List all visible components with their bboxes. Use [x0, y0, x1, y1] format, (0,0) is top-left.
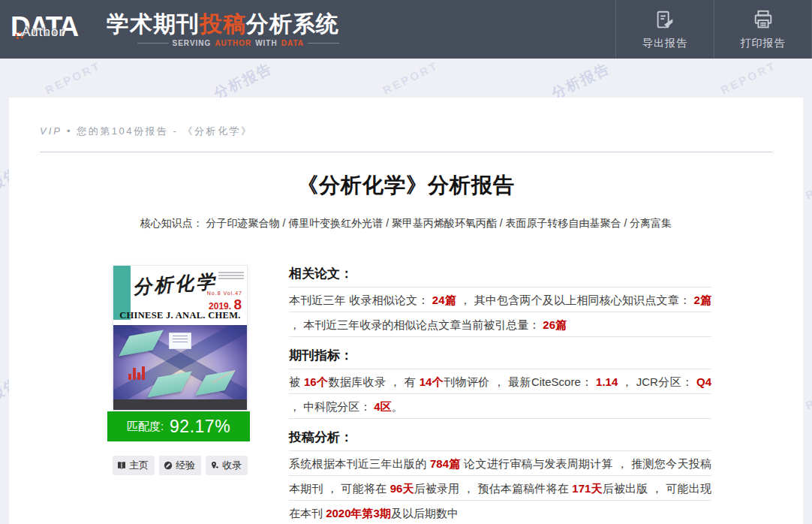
breadcrumb-text: 您的第104份报告 - 《分析化学》	[77, 125, 252, 137]
text-segment: 本刊近三年 收录相似论文：	[289, 294, 432, 306]
watermark-text: REPORT	[718, 59, 778, 97]
page: 分析报告REPORT分析报告REPORT分析报告REPORTREPORT分析报告…	[0, 0, 812, 524]
journal-name-english: CHINESE J. ANAL. CHEM.	[113, 310, 247, 321]
highlight-value: 2篇	[693, 294, 711, 306]
header-actions: 导出报告 打印报告	[615, 0, 812, 59]
section-journal-metrics: 期刊指标： 被 16个数据库收录 ， 有 14个刊物评价 ， 最新CiteSco…	[289, 347, 711, 419]
print-report-label: 打印报告	[741, 37, 786, 50]
text-segment: ， 中科院分区：	[289, 400, 374, 413]
vip-badge: VIP	[40, 125, 62, 137]
highlight-value: 26篇	[543, 318, 567, 331]
export-report-label: 导出报告	[642, 37, 687, 50]
print-report-button[interactable]: 打印报告	[714, 0, 812, 59]
core-keywords: 核心知识点： 分子印迹聚合物 / 傅里叶变换红外光谱 / 聚甲基丙烯酸环氧丙酯 …	[40, 215, 772, 230]
section-heading: 相关论文：	[289, 265, 711, 288]
text-segment: ， 本刊近三年收录的相似论点文章当前被引总量：	[289, 318, 543, 331]
journal-panel: 分析化学 No.8 Vol.47 2019. 8 CHINESE J. ANAL…	[113, 265, 255, 524]
section-submission-analysis: 投稿分析： 系统根据本刊近三年出版的 784篇 论文进行审稿与发表周期计算 ， …	[289, 429, 711, 524]
report-columns: 分析化学 No.8 Vol.47 2019. 8 CHINESE J. ANAL…	[40, 265, 772, 524]
journal-links: 主页 经验	[113, 456, 248, 475]
highlight-value: 4区	[374, 400, 391, 413]
watermark-text: REPORT	[803, 374, 812, 412]
match-score-value: 92.17%	[170, 417, 230, 437]
subtitle-rule	[137, 43, 169, 44]
highlight-value: 784篇	[430, 457, 461, 470]
subtitle-word: SERVING	[173, 39, 212, 47]
app-subtitle: SERVING AUTHOR WITH DATA	[107, 39, 339, 47]
text-segment: 后被录用 ， 预估本篇稿件将在	[414, 482, 573, 495]
app-logo: DATA Author	[11, 8, 99, 50]
highlight-value: 171天	[572, 482, 602, 495]
journal-name-calligraphy: 分析化学	[132, 269, 218, 300]
highlight-value: 96天	[390, 482, 414, 495]
cover-issn-block	[218, 270, 244, 281]
text-segment: 被	[289, 375, 304, 388]
export-report-icon	[654, 9, 676, 32]
app-title-accent: 投稿	[200, 11, 246, 36]
breadcrumb: VIP • 您的第104份报告 - 《分析化学》	[40, 125, 772, 152]
logo-dots-decoration	[15, 34, 17, 36]
watermark-text: REPORT	[43, 59, 103, 97]
subtitle-rule	[308, 43, 339, 44]
book-icon	[117, 461, 126, 470]
text-segment: 。	[392, 400, 403, 413]
app-title-part: 分析系统	[246, 11, 339, 36]
app-title: 学术期刊投稿分析系统	[107, 11, 339, 37]
watermark-text: REPORT	[380, 59, 441, 97]
journal-homepage-button[interactable]: 主页	[113, 456, 155, 475]
journal-indexed-label: 收录	[222, 459, 242, 472]
journal-indexed-button[interactable]: 收录	[206, 456, 248, 475]
text-segment: 及以后期数中	[391, 507, 459, 519]
match-score-label: 匹配度:	[127, 420, 164, 434]
highlight-value: 2020年第3期	[326, 507, 391, 519]
logo-author-text: Author	[22, 25, 64, 40]
print-report-icon	[752, 9, 774, 32]
text-segment: 系统根据本刊近三年出版的	[289, 457, 430, 470]
highlight-value: 14个	[420, 375, 444, 388]
page-title: 《分析化学》分析报告	[40, 172, 772, 199]
header-title-block: 学术期刊投稿分析系统 SERVING AUTHOR WITH DATA	[107, 11, 339, 47]
highlight-value: 16个	[304, 375, 328, 388]
journal-experience-label: 经验	[176, 459, 195, 472]
section-body: 被 16个数据库收录 ， 有 14个刊物评价 ， 最新CiteScore： 1.…	[289, 369, 711, 419]
section-body: 系统根据本刊近三年出版的 784篇 论文进行审稿与发表周期计算 ， 推测您今天投…	[289, 451, 711, 524]
journal-cover-image: 分析化学 No.8 Vol.47 2019. 8 CHINESE J. ANAL…	[113, 265, 248, 411]
text-segment: 数据库收录 ， 有	[328, 375, 419, 388]
app-header: DATA Author 学术期刊投稿分析系统 SERVING AUTHOR WI…	[0, 0, 812, 59]
subtitle-word-accent: AUTHOR	[215, 39, 251, 47]
report-sections: 相关论文： 本刊近三年 收录相似论文： 24篇 ， 其中包含两个及以上相同核心知…	[289, 265, 711, 524]
journal-experience-button[interactable]: 经验	[159, 456, 201, 475]
cover-bottom-strip	[113, 399, 247, 410]
pin-icon	[210, 461, 219, 470]
breadcrumb-separator: •	[67, 125, 72, 137]
cover-artwork	[113, 325, 247, 399]
core-keywords-list: 分子印迹聚合物 / 傅里叶变换红外光谱 / 聚甲基丙烯酸环氧丙酯 / 表面原子转…	[206, 217, 672, 229]
highlight-value: 24篇	[432, 294, 456, 306]
match-score-badge: 匹配度: 92.17%	[107, 411, 250, 441]
section-body: 本刊近三年 收录相似论文： 24篇 ， 其中包含两个及以上相同核心知识点文章： …	[289, 288, 711, 337]
export-report-button[interactable]: 导出报告	[615, 0, 714, 59]
text-segment: ， 其中包含两个及以上相同核心知识点文章：	[456, 294, 694, 306]
app-title-part: 学术期刊	[107, 11, 200, 36]
text-segment: ， JCR分区：	[618, 375, 696, 388]
core-keywords-label: 核心知识点：	[140, 217, 203, 229]
highlight-value: Q4	[696, 375, 711, 388]
subtitle-word-accent: DATA	[281, 39, 304, 47]
journal-homepage-label: 主页	[129, 459, 149, 472]
pencil-icon	[164, 461, 173, 470]
section-heading: 期刊指标：	[289, 347, 711, 369]
section-heading: 投稿分析：	[289, 429, 711, 451]
highlight-value: 1.14	[596, 375, 618, 388]
cover-issue-volume: No.8 Vol.47	[207, 291, 242, 296]
text-segment: 刊物评价 ， 最新CiteScore：	[444, 375, 596, 388]
report-card: VIP • 您的第104份报告 - 《分析化学》 《分析化学》分析报告 核心知识…	[9, 98, 803, 524]
watermark-text: REPORT	[803, 164, 812, 202]
cover-art-bar-chart	[128, 366, 145, 380]
section-related-papers: 相关论文： 本刊近三年 收录相似论文： 24篇 ， 其中包含两个及以上相同核心知…	[289, 265, 711, 337]
subtitle-word: WITH	[255, 39, 278, 47]
cover-art-inset	[169, 333, 191, 349]
